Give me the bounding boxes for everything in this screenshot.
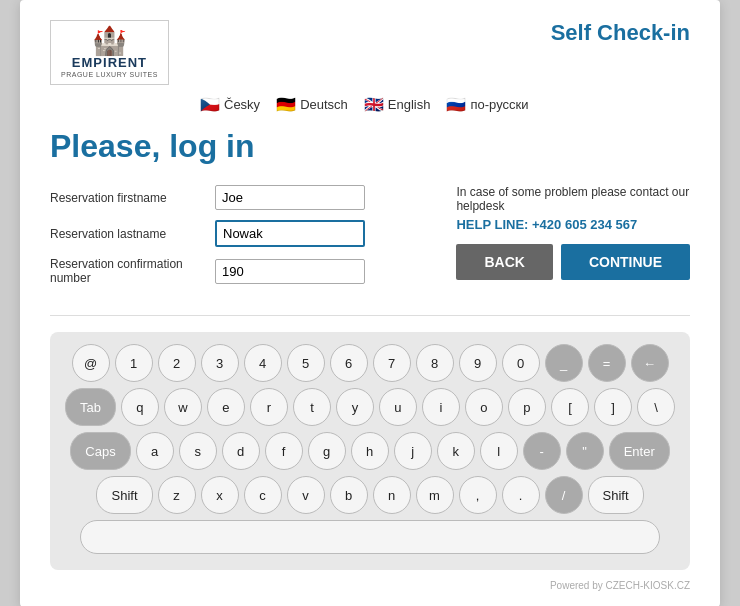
keyboard-row-1: @ 1 2 3 4 5 6 7 8 9 0 _ = ← — [60, 344, 680, 382]
lastname-row: Reservation lastname — [50, 220, 426, 247]
key-1[interactable]: 1 — [115, 344, 153, 382]
key-t[interactable]: t — [293, 388, 331, 426]
language-bar: 🇨🇿 Česky 🇩🇪 Deutsch 🇬🇧 English 🇷🇺 по-рус… — [200, 95, 690, 114]
key-period[interactable]: . — [502, 476, 540, 514]
main-container: 🏰 EMPIRENT PRAGUE LUXURY SUITES Self Che… — [20, 0, 720, 606]
key-d[interactable]: d — [222, 432, 260, 470]
czech-label: Česky — [224, 97, 260, 112]
key-m[interactable]: m — [416, 476, 454, 514]
key-3[interactable]: 3 — [201, 344, 239, 382]
brand-sub: PRAGUE LUXURY SUITES — [61, 71, 158, 78]
confirmation-input[interactable] — [215, 259, 365, 284]
firstname-label: Reservation firstname — [50, 191, 215, 205]
key-a[interactable]: a — [136, 432, 174, 470]
confirmation-label: Reservation confirmation number — [50, 257, 215, 285]
lastname-label: Reservation lastname — [50, 227, 215, 241]
page-title: Please, log in — [50, 128, 690, 165]
key-k[interactable]: k — [437, 432, 475, 470]
key-quote[interactable]: " — [566, 432, 604, 470]
key-u[interactable]: u — [379, 388, 417, 426]
key-backspace[interactable]: ← — [631, 344, 669, 382]
key-dash[interactable]: - — [523, 432, 561, 470]
key-q[interactable]: q — [121, 388, 159, 426]
help-section: In case of some problem please contact o… — [456, 185, 690, 295]
key-enter[interactable]: Enter — [609, 432, 670, 470]
key-e[interactable]: e — [207, 388, 245, 426]
brand-name: EMPIRENT — [72, 55, 147, 70]
lang-czech[interactable]: 🇨🇿 Česky — [200, 95, 260, 114]
key-comma[interactable]: , — [459, 476, 497, 514]
footer: Powered by CZECH-KIOSK.CZ — [50, 580, 690, 591]
castle-icon: 🏰 — [92, 27, 127, 55]
key-x[interactable]: x — [201, 476, 239, 514]
key-at[interactable]: @ — [72, 344, 110, 382]
lang-english[interactable]: 🇬🇧 English — [364, 95, 431, 114]
key-i[interactable]: i — [422, 388, 460, 426]
keyboard: @ 1 2 3 4 5 6 7 8 9 0 _ = ← Tab q w e r … — [50, 332, 690, 570]
form-section: Reservation firstname Reservation lastna… — [50, 185, 690, 295]
key-0[interactable]: 0 — [502, 344, 540, 382]
key-5[interactable]: 5 — [287, 344, 325, 382]
key-shift-left[interactable]: Shift — [96, 476, 152, 514]
key-shift-right[interactable]: Shift — [588, 476, 644, 514]
key-j[interactable]: j — [394, 432, 432, 470]
key-o[interactable]: o — [465, 388, 503, 426]
key-9[interactable]: 9 — [459, 344, 497, 382]
lang-deutsch[interactable]: 🇩🇪 Deutsch — [276, 95, 348, 114]
self-checkin-title: Self Check-in — [551, 20, 690, 46]
russian-label: по-русски — [470, 97, 528, 112]
key-backslash[interactable]: \ — [637, 388, 675, 426]
key-n[interactable]: n — [373, 476, 411, 514]
continue-button[interactable]: CONTINUE — [561, 244, 690, 280]
czech-flag-icon: 🇨🇿 — [200, 95, 220, 114]
logo-box: 🏰 EMPIRENT PRAGUE LUXURY SUITES — [50, 20, 169, 85]
lang-russian[interactable]: 🇷🇺 по-русски — [446, 95, 528, 114]
form-fields: Reservation firstname Reservation lastna… — [50, 185, 426, 295]
key-v[interactable]: v — [287, 476, 325, 514]
key-bracket-open[interactable]: [ — [551, 388, 589, 426]
key-equals[interactable]: = — [588, 344, 626, 382]
keyboard-row-3: Caps a s d f g h j k l - " Enter — [60, 432, 680, 470]
key-f[interactable]: f — [265, 432, 303, 470]
help-text: In case of some problem please contact o… — [456, 185, 690, 213]
button-row: BACK CONTINUE — [456, 244, 690, 280]
back-button[interactable]: BACK — [456, 244, 552, 280]
key-g[interactable]: g — [308, 432, 346, 470]
german-flag-icon: 🇩🇪 — [276, 95, 296, 114]
help-line: HELP LINE: +420 605 234 567 — [456, 217, 690, 232]
key-space[interactable] — [80, 520, 660, 554]
keyboard-row-4: Shift z x c v b n m , . / Shift — [60, 476, 680, 514]
key-4[interactable]: 4 — [244, 344, 282, 382]
key-tab[interactable]: Tab — [65, 388, 116, 426]
key-l[interactable]: l — [480, 432, 518, 470]
firstname-row: Reservation firstname — [50, 185, 426, 210]
logo-area: 🏰 EMPIRENT PRAGUE LUXURY SUITES — [50, 20, 169, 85]
key-caps[interactable]: Caps — [70, 432, 130, 470]
russian-flag-icon: 🇷🇺 — [446, 95, 466, 114]
key-underscore[interactable]: _ — [545, 344, 583, 382]
key-h[interactable]: h — [351, 432, 389, 470]
confirmation-row: Reservation confirmation number — [50, 257, 426, 285]
key-2[interactable]: 2 — [158, 344, 196, 382]
key-s[interactable]: s — [179, 432, 217, 470]
uk-flag-icon: 🇬🇧 — [364, 95, 384, 114]
key-8[interactable]: 8 — [416, 344, 454, 382]
keyboard-row-2: Tab q w e r t y u i o p [ ] \ — [60, 388, 680, 426]
key-y[interactable]: y — [336, 388, 374, 426]
keyboard-spacebar-row — [60, 520, 680, 554]
english-label: English — [388, 97, 431, 112]
key-z[interactable]: z — [158, 476, 196, 514]
key-p[interactable]: p — [508, 388, 546, 426]
header: 🏰 EMPIRENT PRAGUE LUXURY SUITES Self Che… — [50, 20, 690, 85]
firstname-input[interactable] — [215, 185, 365, 210]
divider — [50, 315, 690, 316]
key-w[interactable]: w — [164, 388, 202, 426]
key-slash[interactable]: / — [545, 476, 583, 514]
key-b[interactable]: b — [330, 476, 368, 514]
lastname-input[interactable] — [215, 220, 365, 247]
key-6[interactable]: 6 — [330, 344, 368, 382]
key-r[interactable]: r — [250, 388, 288, 426]
key-7[interactable]: 7 — [373, 344, 411, 382]
key-c[interactable]: c — [244, 476, 282, 514]
key-bracket-close[interactable]: ] — [594, 388, 632, 426]
